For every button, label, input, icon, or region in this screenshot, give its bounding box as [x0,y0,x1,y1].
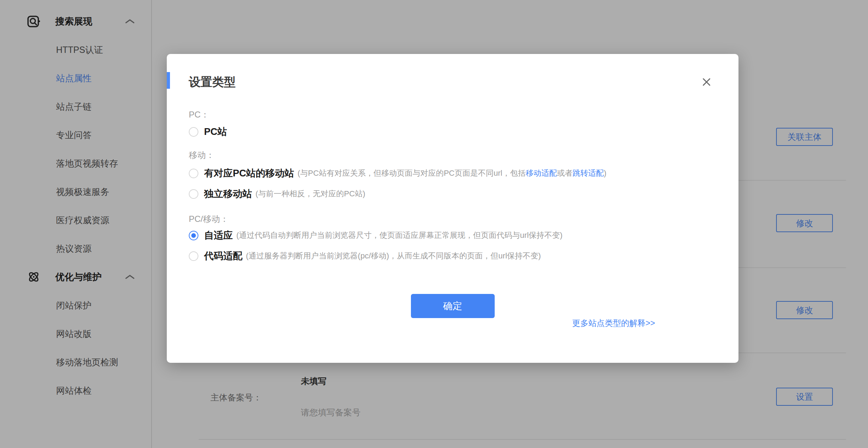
description-text: (与PC站有对应关系，但移动页面与对应的PC页面是不同url，包括 [298,169,526,177]
option-label: 独立移动站 [204,187,252,200]
radio-option-code-adapt[interactable]: 代码适配 (通过服务器判断用户当前浏览器(pc/移动)，从而生成不同版本的页面，… [189,248,541,264]
option-label: 自适应 [204,229,233,242]
title-accent-bar [167,72,170,89]
radio-option-responsive[interactable]: 自适应 (通过代码自动判断用户当前浏览器尺寸，使页面适应屏幕正常展现，但页面代码… [189,228,562,243]
radio-option-mobile-paired[interactable]: 有对应PC站的移动站 (与PC站有对应关系，但移动页面与对应的PC页面是不同ur… [189,165,606,181]
mobile-adapt-link[interactable]: 移动适配 [526,169,557,177]
group-label-pc: PC： [189,108,209,122]
radio-unselected-icon[interactable] [189,169,198,178]
option-description: (通过服务器判断用户当前浏览器(pc/移动)，从而生成不同版本的页面，但url保… [246,251,541,261]
modal-title: 设置类型 [189,74,236,90]
more-site-types-link[interactable]: 更多站点类型的解释>> [572,317,655,329]
radio-unselected-icon[interactable] [189,251,198,261]
option-label: 代码适配 [204,250,242,262]
description-text: ) [604,169,606,177]
radio-selected-icon[interactable] [189,231,198,240]
jump-adapt-link[interactable]: 跳转适配 [572,169,604,177]
option-description: (通过代码自动判断用户当前浏览器尺寸，使页面适应屏幕正常展现，但页面代码与url… [236,230,562,241]
group-label-pc-mobile: PC/移动： [189,212,229,226]
group-label-mobile: 移动： [189,148,214,162]
radio-option-mobile-independent[interactable]: 独立移动站 (与前一种相反，无对应的PC站) [189,186,365,202]
page: 搜索展现 HTTPS认证 站点属性 站点子链 专业问答 落地页视频转存 视频极速… [0,0,868,448]
option-label: 有对应PC站的移动站 [204,167,294,180]
radio-unselected-icon[interactable] [189,127,198,137]
radio-option-pc-site[interactable]: PC站 [189,124,231,140]
set-type-modal: 设置类型 PC： PC站 移动： 有对应PC站的移动站 (与PC站有对应关系，但… [167,54,738,363]
confirm-button[interactable]: 确定 [411,294,495,318]
radio-unselected-icon[interactable] [189,189,198,199]
description-text: 或者 [557,169,572,177]
close-icon[interactable] [700,75,713,89]
option-description: (与前一种相反，无对应的PC站) [256,189,365,199]
option-label: PC站 [204,125,227,138]
option-description: (与PC站有对应关系，但移动页面与对应的PC页面是不同url，包括移动适配或者跳… [298,168,606,179]
